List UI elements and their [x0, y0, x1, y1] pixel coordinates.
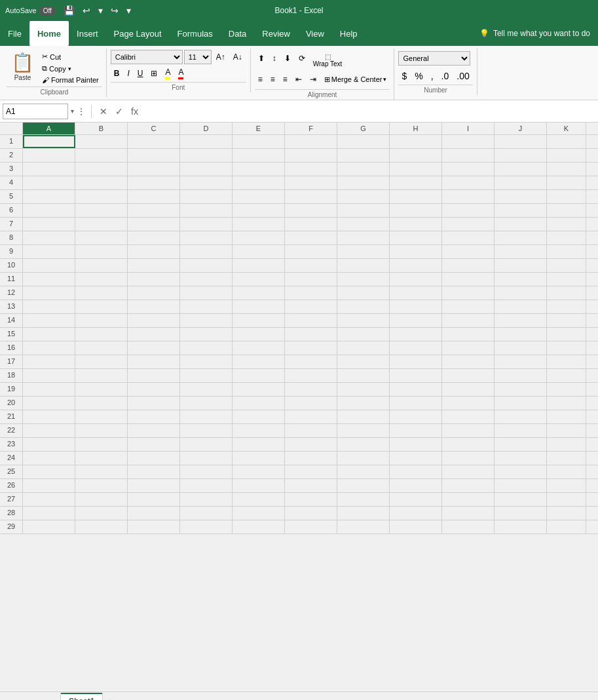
cell-E2[interactable]	[233, 149, 285, 162]
cell-E17[interactable]	[233, 355, 285, 368]
cell-D7[interactable]	[180, 218, 233, 231]
cell-E29[interactable]	[233, 520, 285, 534]
cell-C13[interactable]	[128, 300, 180, 313]
cell-J23[interactable]	[495, 438, 547, 451]
menu-help[interactable]: Help	[332, 21, 365, 46]
cell-G19[interactable]	[337, 383, 390, 396]
cell-E19[interactable]	[233, 383, 285, 396]
cell-G8[interactable]	[337, 231, 390, 244]
cell-A8[interactable]	[23, 231, 75, 244]
cell-D11[interactable]	[180, 273, 233, 286]
cell-G25[interactable]	[337, 465, 390, 478]
cell-J14[interactable]	[495, 314, 547, 327]
cell-A23[interactable]	[23, 438, 75, 451]
cell-C5[interactable]	[128, 190, 180, 203]
cell-C7[interactable]	[128, 218, 180, 231]
cell-J18[interactable]	[495, 369, 547, 382]
cell-K5[interactable]	[547, 190, 586, 203]
cell-K16[interactable]	[547, 341, 586, 355]
row-number-6[interactable]: 6	[0, 204, 23, 217]
cell-G18[interactable]	[337, 369, 390, 382]
cell-H18[interactable]	[390, 369, 442, 382]
cell-J3[interactable]	[495, 163, 547, 176]
cell-H21[interactable]	[390, 410, 442, 423]
cell-F21[interactable]	[285, 410, 337, 423]
cell-A7[interactable]	[23, 218, 75, 231]
cell-I8[interactable]	[442, 231, 495, 244]
cell-H11[interactable]	[390, 273, 442, 286]
align-middle-button[interactable]: ↕	[269, 51, 280, 66]
cell-E10[interactable]	[233, 259, 285, 272]
cell-J4[interactable]	[495, 176, 547, 189]
cell-G13[interactable]	[337, 300, 390, 313]
cell-A4[interactable]	[23, 176, 75, 189]
cell-A10[interactable]	[23, 259, 75, 272]
cell-D15[interactable]	[180, 328, 233, 341]
autosave-toggle[interactable]: Off	[39, 7, 56, 15]
cell-H20[interactable]	[390, 397, 442, 410]
cell-C8[interactable]	[128, 231, 180, 244]
cell-E28[interactable]	[233, 507, 285, 520]
cell-K19[interactable]	[547, 383, 586, 396]
cell-C6[interactable]	[128, 204, 180, 217]
paste-button[interactable]: 📋 Paste	[7, 50, 39, 83]
cell-A1[interactable]	[23, 135, 75, 148]
cell-G16[interactable]	[337, 341, 390, 355]
cell-G27[interactable]	[337, 493, 390, 506]
cell-B15[interactable]	[75, 328, 128, 341]
cell-F17[interactable]	[285, 355, 337, 368]
cell-J29[interactable]	[495, 520, 547, 534]
row-number-26[interactable]: 26	[0, 479, 23, 492]
cell-D28[interactable]	[180, 507, 233, 520]
cell-E5[interactable]	[233, 190, 285, 203]
cell-H14[interactable]	[390, 314, 442, 327]
cell-E4[interactable]	[233, 176, 285, 189]
col-header-I[interactable]: I	[442, 123, 495, 134]
cell-J5[interactable]	[495, 190, 547, 203]
cell-I10[interactable]	[442, 259, 495, 272]
font-family-select[interactable]: Calibri	[111, 50, 183, 64]
row-number-27[interactable]: 27	[0, 493, 23, 506]
cell-J17[interactable]	[495, 355, 547, 368]
row-number-12[interactable]: 12	[0, 286, 23, 300]
cell-K1[interactable]	[547, 135, 586, 148]
menu-data[interactable]: Data	[221, 21, 254, 46]
cell-F18[interactable]	[285, 369, 337, 382]
redo-button[interactable]: ↪	[108, 4, 121, 17]
cell-A14[interactable]	[23, 314, 75, 327]
cell-H12[interactable]	[390, 286, 442, 300]
cell-F26[interactable]	[285, 479, 337, 492]
cell-J1[interactable]	[495, 135, 547, 148]
col-header-J[interactable]: J	[495, 123, 547, 134]
cell-A5[interactable]	[23, 190, 75, 203]
wrap-text-button[interactable]: ⬚ Wrap Text	[310, 51, 346, 69]
menu-home[interactable]: Home	[29, 21, 69, 46]
cell-H3[interactable]	[390, 163, 442, 176]
cell-C25[interactable]	[128, 465, 180, 478]
cell-D6[interactable]	[180, 204, 233, 217]
cell-D19[interactable]	[180, 383, 233, 396]
row-number-8[interactable]: 8	[0, 231, 23, 244]
cell-H28[interactable]	[390, 507, 442, 520]
copy-button[interactable]: ⧉ Copy ▾	[39, 63, 102, 74]
cell-G3[interactable]	[337, 163, 390, 176]
cell-C26[interactable]	[128, 479, 180, 492]
cell-H24[interactable]	[390, 452, 442, 465]
cell-B4[interactable]	[75, 176, 128, 189]
cell-E26[interactable]	[233, 479, 285, 492]
align-top-button[interactable]: ⬆	[255, 51, 268, 66]
cell-H22[interactable]	[390, 424, 442, 437]
cell-F27[interactable]	[285, 493, 337, 506]
cell-G29[interactable]	[337, 520, 390, 534]
font-increase-button[interactable]: A↑	[213, 50, 229, 64]
cell-C27[interactable]	[128, 493, 180, 506]
cell-J13[interactable]	[495, 300, 547, 313]
cell-J22[interactable]	[495, 424, 547, 437]
underline-button[interactable]: U	[134, 66, 147, 81]
cell-H16[interactable]	[390, 341, 442, 355]
cell-G14[interactable]	[337, 314, 390, 327]
col-header-F[interactable]: F	[285, 123, 337, 134]
cell-B16[interactable]	[75, 341, 128, 355]
cell-A3[interactable]	[23, 163, 75, 176]
cell-I14[interactable]	[442, 314, 495, 327]
